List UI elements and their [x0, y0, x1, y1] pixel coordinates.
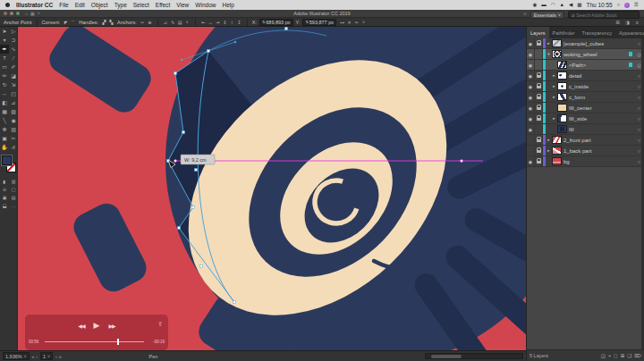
layer-row-example-cubes[interactable]: ◉▸[example]_cubes○	[527, 38, 644, 49]
document-setup-icon[interactable]: ▤	[177, 19, 183, 26]
volume-icon[interactable]: ◀	[569, 3, 572, 8]
disclosure-right-icon[interactable]: ▸	[551, 116, 557, 121]
new-layer-icon[interactable]: ❏	[627, 353, 631, 359]
visibility-eye-icon[interactable]	[527, 146, 535, 155]
width-tool[interactable]: ↔	[0, 89, 9, 98]
draw-behind-icon[interactable]: ▣	[0, 194, 9, 202]
notification-center-icon[interactable]: ☰	[634, 3, 639, 8]
mesh-tool[interactable]: ▦	[0, 107, 9, 116]
convert-to-corner-icon[interactable]: ◤	[63, 19, 69, 26]
battery-icon[interactable]: ▬	[541, 3, 547, 8]
artboard-tool[interactable]: ▣	[0, 134, 9, 143]
bezier-handle[interactable]	[234, 41, 236, 43]
menu-file[interactable]: File	[59, 2, 68, 8]
align-left-icon[interactable]: ⇤	[200, 19, 207, 26]
disclosure-right-icon[interactable]: ▸	[546, 148, 552, 153]
disclosure-right-icon[interactable]: ▸	[546, 138, 552, 142]
menu-window[interactable]: Window	[195, 2, 216, 8]
draw-inside-icon[interactable]: ▤	[9, 194, 18, 202]
keyboard-flag-icon[interactable]: ▦	[577, 3, 581, 8]
scrollbar-thumb[interactable]	[431, 355, 462, 358]
line-segment-tool[interactable]: ∕	[9, 54, 18, 63]
stepper-icon[interactable]: ⇅	[305, 20, 308, 24]
arrange-documents-icon[interactable]: ▦	[30, 12, 35, 16]
visibility-eye-icon[interactable]: ◉	[527, 113, 535, 123]
home-icon[interactable]: ⌂	[25, 12, 28, 16]
eyedropper-tool[interactable]: ╲	[0, 116, 9, 125]
delete-layer-icon[interactable]: ⌦	[634, 353, 641, 359]
lock-icon[interactable]	[535, 49, 543, 59]
hide-handles-icon[interactable]: ▚	[108, 19, 114, 26]
visibility-eye-icon[interactable]: ◉	[527, 92, 535, 102]
align-middle-icon[interactable]: ↕	[229, 19, 235, 26]
apple-menu-icon[interactable]	[5, 3, 10, 7]
stepper-icon[interactable]: ⇅	[262, 20, 265, 24]
visibility-eye-icon[interactable]: ◉	[527, 49, 535, 59]
column-graph-tool[interactable]: ▥	[9, 125, 18, 134]
hand-tool[interactable]: ✋	[0, 143, 9, 152]
first-artboard-icon[interactable]: «	[32, 354, 35, 359]
share-icon[interactable]: ⇧	[157, 321, 163, 328]
link-dimensions-icon[interactable]: ⊶	[339, 19, 345, 26]
menu-edit[interactable]: Edit	[75, 2, 85, 8]
draw-normal-icon[interactable]: ▢	[9, 186, 18, 194]
tab-appearance[interactable]: Appearance	[615, 27, 644, 38]
workspace-select[interactable]: Essentials ˅	[530, 11, 564, 19]
creative-cloud-icon[interactable]: ◉	[532, 3, 537, 8]
locate-object-icon[interactable]: ⌖	[608, 353, 611, 359]
disclosure-right-icon[interactable]: ▸	[551, 73, 557, 78]
pencil-tool[interactable]: ✏	[0, 71, 9, 80]
eraser-tool[interactable]: ◪	[9, 71, 18, 80]
disclosure-right-icon[interactable]: ▸	[551, 95, 557, 99]
layer-row-woking-wheel[interactable]: ◉▾woking_wheel◎	[527, 49, 644, 60]
visibility-eye-icon[interactable]	[527, 135, 535, 145]
new-sublayer-icon[interactable]: ⊞	[621, 353, 625, 359]
edit-toolbar-icon[interactable]: …	[9, 202, 18, 210]
tab-pathfinder[interactable]: Pathfinder	[549, 27, 579, 38]
make-mask-icon[interactable]: ◻	[614, 353, 618, 359]
layer-row-fill-side[interactable]: ◉▸fill_side○	[527, 113, 644, 124]
x-field[interactable]: ⇅ 689,893 px	[259, 19, 293, 26]
fast-forward-button[interactable]: ▶▶	[108, 323, 114, 329]
visibility-eye-icon[interactable]: ◉	[527, 156, 535, 166]
visibility-eye-icon[interactable]: ◉	[527, 71, 535, 80]
menu-select[interactable]: Select	[133, 2, 149, 8]
rectangle-tool[interactable]: ▭	[0, 63, 9, 71]
minimize-window-button[interactable]	[10, 12, 13, 15]
disclosure-right-icon[interactable]: ▸	[546, 41, 552, 46]
selection-tool[interactable]: ➤	[0, 27, 9, 36]
artboard-select[interactable]: 1 ˅	[40, 352, 53, 360]
visibility-eye-icon[interactable]: ◉	[527, 124, 535, 134]
visibility-eye-icon[interactable]: ◉	[527, 60, 535, 70]
document-canvas[interactable]: W: 9,2 cm ◀◀▶▶▶ ⇧ 00:56 -00:19	[18, 27, 526, 350]
last-artboard-icon[interactable]: »	[59, 354, 62, 359]
align-bottom-icon[interactable]: ↧	[236, 19, 242, 26]
y-field[interactable]: ⇅ 593,877 px	[302, 19, 336, 26]
zoom-tool[interactable]: ☌	[9, 143, 18, 152]
transform-icon[interactable]: ✕	[346, 19, 352, 26]
free-transform-tool[interactable]: ◰	[9, 89, 18, 98]
bezier-handle[interactable]	[181, 59, 182, 61]
document-chevron-icon[interactable]: ˅	[184, 19, 191, 26]
visibility-eye-icon[interactable]: ◉	[527, 103, 535, 113]
visibility-eye-icon[interactable]: ◉	[527, 38, 535, 48]
window-chevron-icon[interactable]: ˅	[38, 12, 40, 16]
lock-icon[interactable]	[535, 156, 543, 166]
play-button[interactable]: ▶	[94, 322, 100, 330]
close-window-button[interactable]	[4, 12, 7, 15]
lock-icon[interactable]	[535, 135, 543, 145]
lock-icon[interactable]	[535, 92, 543, 102]
none-swatch-icon[interactable]: ⊘	[0, 186, 9, 194]
layer-row-c-form[interactable]: ◉▸c_form○	[527, 92, 644, 103]
rotate-tool[interactable]: ↻	[0, 80, 9, 89]
progress-bar[interactable]	[45, 341, 144, 343]
layer-row-fill-center[interactable]: ◉fill_center○	[527, 103, 644, 113]
tab-transparency[interactable]: Transparency	[579, 27, 615, 38]
layer-row-fill[interactable]: ◉fill○	[527, 124, 644, 135]
slice-tool[interactable]: ✂	[9, 134, 18, 143]
layer-row-1-back-part[interactable]: ▸1_back part○	[527, 146, 644, 156]
pen-tool[interactable]: ✒	[0, 45, 9, 54]
perspective-grid-tool[interactable]: ⊿	[9, 98, 18, 107]
color-swatch-icon[interactable]: ▮	[0, 178, 9, 186]
next-artboard-icon[interactable]: ›	[55, 354, 57, 359]
